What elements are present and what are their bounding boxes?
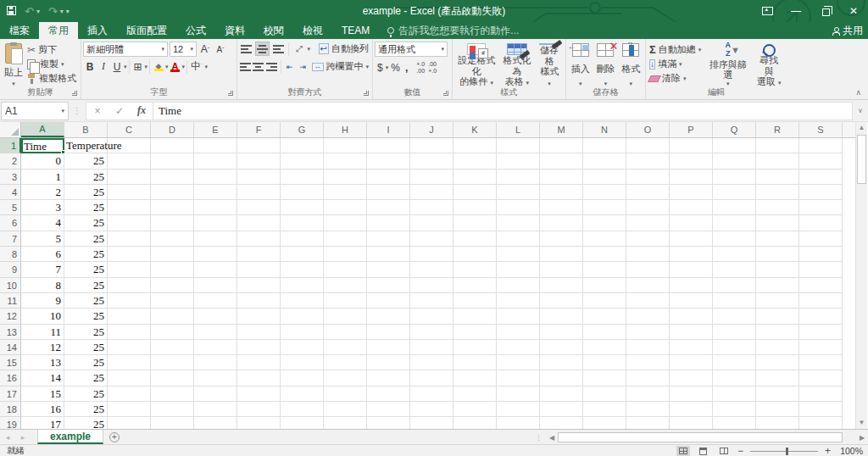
- cell-R5[interactable]: [756, 200, 799, 215]
- cell-F14[interactable]: [237, 340, 281, 355]
- font-dialog-launcher[interactable]: [227, 90, 235, 97]
- cell-S18[interactable]: [799, 402, 843, 417]
- cell-R12[interactable]: [756, 309, 799, 324]
- cell-C14[interactable]: [108, 340, 151, 355]
- collapse-ribbon-button[interactable]: ∧: [855, 88, 861, 97]
- cell-I13[interactable]: [367, 325, 410, 340]
- cell-N2[interactable]: [583, 153, 626, 169]
- cell-G2[interactable]: [281, 153, 324, 169]
- cell-F18[interactable]: [237, 402, 281, 417]
- cell-E18[interactable]: [194, 402, 237, 417]
- increase-decimal-button[interactable]: +.0.00: [415, 61, 426, 74]
- ribbon-tab-team[interactable]: TEAM: [332, 22, 379, 39]
- cell-Q17[interactable]: [713, 386, 756, 402]
- cell-P4[interactable]: [670, 185, 713, 200]
- cell-C19[interactable]: [108, 417, 151, 429]
- zoom-slider-thumb[interactable]: [786, 448, 788, 455]
- tab-split-handle[interactable]: ⋮: [531, 433, 546, 442]
- cell-Q11[interactable]: [713, 293, 756, 309]
- cell-M12[interactable]: [540, 309, 583, 324]
- cell-K11[interactable]: [453, 293, 497, 309]
- font-color-button[interactable]: A: [169, 59, 182, 74]
- bottom-align-button[interactable]: [270, 42, 286, 56]
- row-header-15[interactable]: 15: [0, 355, 21, 370]
- cell-A3[interactable]: 1: [21, 170, 64, 185]
- cell-R19[interactable]: [756, 417, 799, 429]
- cell-I10[interactable]: [367, 278, 410, 293]
- cell-H7[interactable]: [324, 231, 367, 247]
- font-family-combo[interactable]: 新細明體▾: [83, 42, 168, 57]
- next-sheet-button[interactable]: ▸: [15, 430, 31, 444]
- cell-P15[interactable]: [670, 355, 713, 370]
- cell-B5[interactable]: 25: [64, 200, 108, 215]
- cell-E3[interactable]: [194, 170, 237, 185]
- cell-N15[interactable]: [583, 355, 626, 370]
- restore-button[interactable]: [810, 0, 839, 22]
- alignment-dialog-launcher[interactable]: [363, 90, 370, 97]
- cell-F5[interactable]: [237, 200, 281, 215]
- column-header-I[interactable]: I: [367, 122, 410, 137]
- row-header-5[interactable]: 5: [0, 200, 21, 215]
- cell-L13[interactable]: [497, 325, 540, 340]
- cell-D1[interactable]: [151, 138, 194, 153]
- cell-B12[interactable]: 25: [64, 309, 108, 324]
- cell-L5[interactable]: [497, 200, 540, 215]
- cell-P8[interactable]: [670, 247, 713, 262]
- cell-S8[interactable]: [799, 247, 843, 262]
- cell-A8[interactable]: 6: [21, 247, 64, 262]
- cell-A14[interactable]: 12: [21, 340, 64, 355]
- phonetic-guide-button[interactable]: 中˙: [189, 59, 204, 74]
- cell-K3[interactable]: [453, 170, 497, 185]
- cell-F10[interactable]: [237, 278, 281, 293]
- autosum-button[interactable]: Σ自動加總▾: [648, 42, 703, 57]
- cell-I9[interactable]: [367, 262, 410, 277]
- cell-B18[interactable]: 25: [64, 402, 108, 417]
- cell-N14[interactable]: [583, 340, 626, 355]
- cell-P18[interactable]: [670, 402, 713, 417]
- cell-Q10[interactable]: [713, 278, 756, 293]
- cell-E10[interactable]: [194, 278, 237, 293]
- cell-P14[interactable]: [670, 340, 713, 355]
- cell-E6[interactable]: [194, 215, 237, 231]
- cell-E19[interactable]: [194, 417, 237, 429]
- row-header-13[interactable]: 13: [0, 325, 21, 340]
- cell-K13[interactable]: [453, 325, 497, 340]
- cell-O5[interactable]: [626, 200, 670, 215]
- cell-F7[interactable]: [237, 231, 281, 247]
- cell-A2[interactable]: 0: [21, 153, 64, 169]
- cell-A4[interactable]: 2: [21, 185, 64, 200]
- insert-function-button[interactable]: fx: [131, 104, 153, 117]
- cell-C11[interactable]: [108, 293, 151, 309]
- cell-C6[interactable]: [108, 215, 151, 231]
- column-header-B[interactable]: B: [64, 122, 108, 137]
- scroll-right-arrow[interactable]: ▶: [856, 434, 868, 442]
- cell-D3[interactable]: [151, 170, 194, 185]
- cell-S4[interactable]: [799, 185, 843, 200]
- cell-P10[interactable]: [670, 278, 713, 293]
- cell-C10[interactable]: [108, 278, 151, 293]
- row-header-19[interactable]: 19: [0, 417, 21, 429]
- cell-O4[interactable]: [626, 185, 670, 200]
- orientation-button[interactable]: ⤢: [292, 42, 307, 56]
- cell-Q6[interactable]: [713, 215, 756, 231]
- column-header-O[interactable]: O: [626, 122, 670, 137]
- clipboard-dialog-launcher[interactable]: [71, 90, 79, 97]
- prev-sheet-button[interactable]: ◂: [0, 430, 15, 444]
- cell-J4[interactable]: [410, 185, 453, 200]
- cell-J6[interactable]: [410, 215, 453, 231]
- copy-button[interactable]: 複製▾: [25, 57, 78, 71]
- cell-R1[interactable]: [756, 138, 799, 153]
- cell-G3[interactable]: [281, 170, 324, 185]
- cell-E9[interactable]: [194, 262, 237, 277]
- column-header-S[interactable]: S: [799, 122, 843, 137]
- cell-S5[interactable]: [799, 200, 843, 215]
- cell-E12[interactable]: [194, 309, 237, 324]
- row-header-14[interactable]: 14: [0, 340, 21, 355]
- cell-G17[interactable]: [281, 386, 324, 402]
- cell-S19[interactable]: [799, 417, 843, 429]
- close-button[interactable]: ✕: [839, 0, 868, 22]
- cell-P1[interactable]: [670, 138, 713, 153]
- cell-H5[interactable]: [324, 200, 367, 215]
- cell-D11[interactable]: [151, 293, 194, 309]
- scroll-left-arrow[interactable]: ◀: [546, 434, 558, 442]
